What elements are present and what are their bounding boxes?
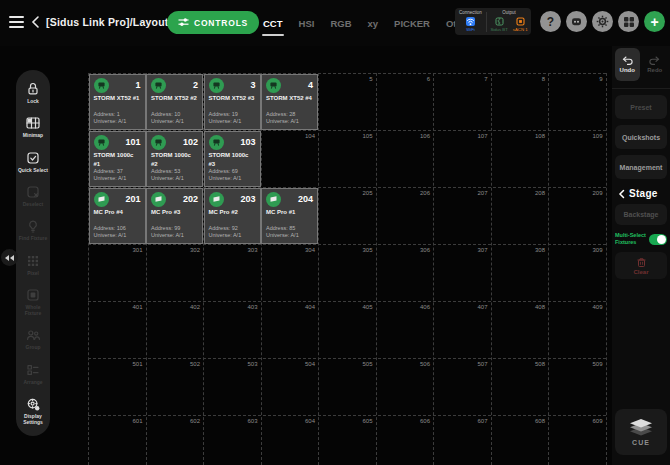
fixture-card-2[interactable]: 2 STORM XT52 #2 Address: 10Universe: A/1 [146,74,203,130]
mode-tabs: CCTHSIRGBxyPICKEROther [262,0,472,46]
help-button[interactable]: ? [540,11,561,32]
menu-icon[interactable] [9,16,24,28]
feedback-button[interactable] [566,11,587,32]
fixture-address: Address: 92 [209,225,256,233]
tool-minimap[interactable]: Minimap [16,115,50,138]
sacn-icon [516,17,525,26]
layout-grid-button[interactable] [618,11,639,32]
backstage-button[interactable]: Backstage [615,204,667,225]
whole-fixture-icon [25,287,41,303]
settings-button[interactable] [592,11,613,32]
grid-cell-label: 207 [462,190,488,196]
grid-cell-label: 9 [577,76,603,82]
fixture-name: MC Pro #1 [266,209,313,216]
fixture-address: Address: 19 [209,111,256,119]
tab-cct[interactable]: CCT [262,14,284,33]
tool-display-settings[interactable]: Display Settings [16,396,50,425]
sidus-bt-status[interactable]: Sidus BT [490,16,507,32]
grid-cell-label: 105 [347,133,373,139]
fixture-card-102[interactable]: 102 STORM 1000c #2 Address: 53Universe: … [146,131,203,187]
trash-icon [636,257,647,268]
tab-hsi[interactable]: HSI [298,14,316,33]
redo-button[interactable]: Redo [643,48,668,81]
undo-button[interactable]: Undo [615,48,640,81]
grid-cell-label: 107 [462,133,488,139]
fixture-number: 203 [240,194,255,204]
controls-button-label: CONTROLS [194,18,248,28]
cue-label: CUE [632,439,650,446]
grid-cell-label: 507 [462,361,488,367]
fixture-card-204[interactable]: 204 MC Pro #1 Address: 85Universe: A/1 [261,188,318,244]
fixture-card-103[interactable]: 103 STORM 1000c #3 Address: 69Universe: … [204,131,261,187]
fixture-number: 4 [308,80,313,90]
grid-cell-label: 602 [174,418,200,424]
fixture-name: MC Pro #3 [151,209,198,216]
grid-cell-label: 604 [289,418,315,424]
fixture-address: Address: 85 [266,225,313,233]
layout-canvas[interactable]: 5678910410510610710810920520620720820930… [0,0,670,465]
storm-fixture-icon [266,78,281,93]
clear-label: Clear [633,269,648,275]
fixture-universe: Universe: A/1 [209,118,256,126]
preset-button[interactable]: Preset [615,95,667,119]
fixture-card-3[interactable]: 3 STORM XT52 #3 Address: 19Universe: A/1 [204,74,261,130]
tool-whole-fixture[interactable]: Whole Fixture [16,287,50,316]
grid-line [88,358,606,359]
tool-find-fixture[interactable]: Find Fixture [16,218,50,241]
tool-group[interactable]: Group [16,327,50,350]
wifi-status[interactable]: WiFi [466,16,475,32]
sacn-status[interactable]: sACN 1 [513,16,528,32]
grid-line [606,73,607,465]
fixture-card-202[interactable]: 202 MC Pro #3 Address: 99Universe: A/1 [146,188,203,244]
clear-button[interactable]: Clear [615,252,667,279]
fixture-number: 204 [298,194,313,204]
fixture-number: 103 [240,137,255,147]
grid-cell-label: 308 [519,247,545,253]
grid-cell-label: 206 [404,190,430,196]
grid-line [548,73,549,465]
settings-icon [596,15,609,28]
tool-arrange[interactable]: Arrange [16,362,50,385]
fixture-card-1[interactable]: 1 STORM XT52 #1 Address: 1Universe: A/1 [89,74,146,130]
tool-pixel[interactable]: Pixel [16,253,50,276]
add-icon: + [650,15,658,29]
fixture-name-line2: #2 [151,161,198,168]
fixture-card-101[interactable]: 101 STORM 1000c #1 Address: 37Universe: … [89,131,146,187]
management-button[interactable]: Management [615,155,667,179]
grid-cell-label: 401 [117,304,143,310]
tool-quick-select[interactable]: Quick Select [16,150,50,173]
fixture-card-201[interactable]: 201 MC Pro #4 Address: 106Universe: A/1 [89,188,146,244]
grid-cell-label: 606 [404,418,430,424]
controls-button[interactable]: CONTROLS [167,11,259,34]
tab-xy[interactable]: xy [367,14,380,33]
fixture-name: STORM XT52 #2 [151,95,198,102]
layers-icon [628,418,654,437]
stage-header[interactable]: Stage [615,188,667,199]
cue-button[interactable]: CUE [615,409,667,455]
tool-deselect[interactable]: Deselect [16,184,50,207]
mcpro-fixture-icon [151,192,166,207]
grid-line [261,73,262,465]
grid-cell-label: 209 [577,190,603,196]
output-group: Output Sidus BTsACN 1 [490,10,528,33]
storm-fixture-icon [209,78,224,93]
tool-lock[interactable]: Lock [16,81,50,104]
multi-select-toggle[interactable] [649,234,667,245]
chevron-left-icon[interactable] [30,14,42,30]
fixture-address: Address: 99 [151,225,198,233]
add-button[interactable]: + [644,11,665,32]
storm-fixture-icon [94,78,109,93]
quickshots-button[interactable]: Quickshots [615,125,667,149]
fixture-card-203[interactable]: 203 MC Pro #2 Address: 92Universe: A/1 [204,188,261,244]
fixture-card-4[interactable]: 4 STORM XT52 #4 Address: 28Universe: A/1 [261,74,318,130]
display-settings-icon [25,396,41,412]
fixture-address: Address: 28 [266,111,313,119]
help-icon: ? [547,16,554,28]
collapse-rail-icon[interactable] [1,249,18,266]
fixture-universe: Universe: A/1 [209,232,256,240]
fixture-number: 102 [183,137,198,147]
right-panel: Undo Redo PresetQuickshotsManagement Sta… [612,46,670,465]
tab-picker[interactable]: PICKER [393,14,431,33]
grid-cell-label: 508 [519,361,545,367]
tab-rgb[interactable]: RGB [329,14,352,33]
